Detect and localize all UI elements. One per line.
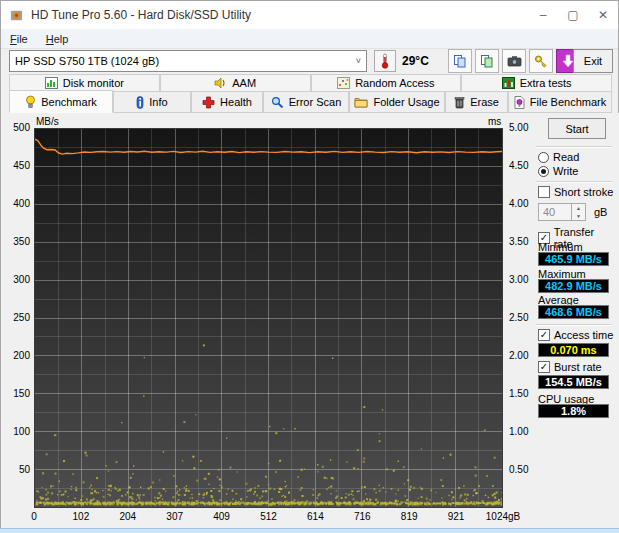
right-axis-tick: 3.50 [509, 236, 535, 247]
burst-rate-checkbox[interactable]: ✓ Burst rate [538, 361, 602, 373]
file-benchmark-icon [514, 96, 525, 109]
tab-error-scan[interactable]: Error Scan [263, 91, 349, 113]
start-button[interactable]: Start [548, 118, 606, 139]
tab-row-secondary: Disk monitorAAMRandom AccessExtra tests [9, 74, 612, 91]
burst-rate-value: 154.5 MB/s [538, 375, 609, 389]
menu-file[interactable]: File [1, 31, 37, 47]
tab-label: File Benchmark [530, 96, 606, 108]
right-axis-unit: ms [488, 116, 501, 127]
screenshot-icon [507, 55, 522, 67]
read-radio[interactable]: Read [538, 151, 579, 163]
x-axis-tick: 0 [31, 511, 37, 522]
tab-disk-monitor[interactable]: Disk monitor [9, 74, 160, 91]
thermometer-icon [381, 53, 389, 69]
extra-tests-icon [502, 77, 515, 89]
app-icon [9, 8, 24, 23]
tab-label: Disk monitor [63, 77, 124, 89]
desktop-edge-strip [0, 528, 619, 533]
tab-info[interactable]: Info [113, 91, 191, 113]
tab-file-benchmark[interactable]: File Benchmark [508, 91, 612, 113]
temperature-value: 29°C [402, 54, 429, 68]
left-axis-tick: 450 [6, 160, 30, 171]
options-icon [534, 54, 548, 68]
disk-monitor-icon [45, 77, 58, 89]
tab-label: Benchmark [41, 96, 97, 108]
copy-file-icon [480, 54, 494, 68]
tab-folder-usage[interactable]: Folder Usage [349, 91, 445, 113]
tab-label: Info [149, 96, 167, 108]
divider [536, 146, 612, 148]
tab-extra-tests[interactable]: Extra tests [461, 74, 612, 91]
app-window: HD Tune Pro 5.60 - Hard Disk/SSD Utility… [0, 0, 619, 528]
tab-label: Health [220, 96, 252, 108]
tab-benchmark[interactable]: Benchmark [9, 90, 113, 113]
checkbox-icon: ✓ [538, 329, 550, 341]
titlebar: HD Tune Pro 5.60 - Hard Disk/SSD Utility… [1, 1, 618, 29]
x-axis-tick: 921 [448, 511, 465, 522]
x-axis-tick: 409 [213, 511, 230, 522]
toolbar: HP SSD S750 1TB (1024 gB) ˅ 29°C Exit [1, 49, 618, 75]
benchmark-controls-panel: Start Read Write Short stroke 40 ▲▼ gB ✓ [534, 113, 614, 529]
temperature-button[interactable] [374, 50, 396, 72]
spinner-down-icon: ▼ [572, 212, 585, 220]
left-axis-tick: 300 [6, 274, 30, 285]
info-icon [136, 96, 144, 109]
average-value: 468.6 MB/s [538, 305, 609, 319]
tab-aam[interactable]: AAM [160, 74, 311, 91]
right-axis-tick: 1.50 [509, 388, 535, 399]
left-axis-unit: MB/s [36, 116, 59, 127]
window-title: HD Tune Pro 5.60 - Hard Disk/SSD Utility [31, 8, 251, 22]
x-axis-tick: 204 [119, 511, 136, 522]
benchmark-icon [25, 95, 36, 109]
random-access-icon [337, 77, 350, 89]
tab-erase[interactable]: Erase [445, 91, 508, 113]
right-axis-tick: 3.00 [509, 274, 535, 285]
close-button[interactable]: ✕ [588, 1, 618, 29]
maximum-value: 482.9 MB/s [538, 279, 609, 293]
left-axis-tick: 100 [6, 426, 30, 437]
tab-label: Erase [470, 96, 499, 108]
tab-label: Error Scan [289, 96, 342, 108]
checkbox-icon: ✓ [538, 361, 550, 373]
copy-icon [453, 54, 467, 68]
left-axis-tick: 250 [6, 312, 30, 323]
right-axis-tick: 4.50 [509, 160, 535, 171]
minimize-button[interactable]: – [528, 1, 558, 29]
left-axis-tick: 400 [6, 198, 30, 209]
tab-label: AAM [232, 77, 256, 89]
access-time-checkbox[interactable]: ✓ Access time [538, 329, 613, 341]
short-stroke-unit: gB [594, 206, 607, 218]
right-axis-tick: 5.00 [509, 122, 535, 133]
right-axis-tick: 4.00 [509, 198, 535, 209]
copy-button[interactable] [448, 49, 472, 73]
folder-usage-icon [354, 96, 368, 108]
tab-row-primary: BenchmarkInfoHealthError ScanFolder Usag… [9, 91, 612, 113]
maximize-button[interactable]: ▢ [558, 1, 588, 29]
x-axis-tick: 102 [73, 511, 90, 522]
menu-help[interactable]: Help [37, 31, 78, 47]
benchmark-content: MB/s ms 50045040035030025020015010050 5.… [1, 113, 619, 529]
divider [536, 181, 612, 183]
tab-random-access[interactable]: Random Access [311, 74, 462, 91]
copy-file-button[interactable] [475, 49, 499, 73]
left-axis-tick: 500 [6, 122, 30, 133]
radio-icon [538, 166, 549, 177]
tab-label: Folder Usage [373, 96, 439, 108]
options-button[interactable] [529, 49, 553, 73]
tab-label: Random Access [355, 77, 434, 89]
write-radio[interactable]: Write [538, 165, 578, 177]
x-axis-tick: 512 [260, 511, 277, 522]
exit-button[interactable]: Exit [573, 49, 613, 73]
error-scan-icon [271, 96, 284, 109]
menubar: FileHelp [1, 29, 618, 49]
screenshot-button[interactable] [502, 49, 526, 73]
spinner-buttons[interactable]: ▲▼ [571, 204, 585, 220]
short-stroke-size-input[interactable]: 40 ▲▼ [538, 203, 586, 221]
drive-selector-dropdown[interactable]: HP SSD S750 1TB (1024 gB) ˅ [9, 50, 367, 72]
left-axis-tick: 200 [6, 350, 30, 361]
right-axis-tick: 1.00 [509, 426, 535, 437]
benchmark-chart [34, 128, 503, 508]
tab-health[interactable]: Health [191, 91, 263, 113]
erase-icon [454, 96, 465, 109]
short-stroke-checkbox[interactable]: Short stroke [538, 186, 613, 198]
